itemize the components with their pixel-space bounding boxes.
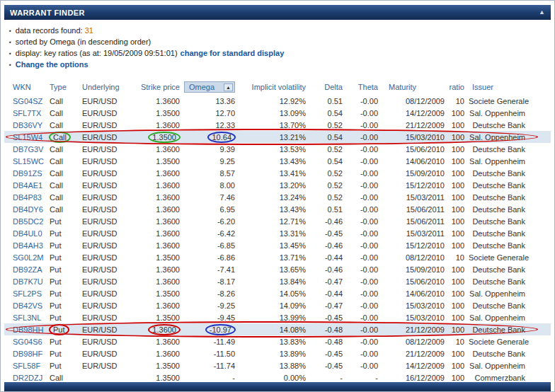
cell-ratio: 100	[447, 181, 467, 190]
cell-wkn[interactable]: DB98HF	[11, 350, 47, 358]
cell-ratio: 100	[447, 109, 467, 117]
column-header-theta[interactable]: Theta	[345, 83, 380, 91]
wkn-link[interactable]: SFL2PS	[13, 289, 42, 298]
wkn-link[interactable]: DB4P83	[13, 193, 42, 202]
bullet-icon: ▪	[9, 49, 11, 59]
column-header-wkn[interactable]: WKN	[11, 83, 47, 91]
wkn-link[interactable]: DB4DY6	[13, 205, 43, 214]
cell-maturity: 15/12/2010	[380, 241, 447, 250]
cell-theta: -0.00	[345, 350, 380, 358]
change-options-link[interactable]: Change the options	[16, 59, 88, 69]
cell-wkn[interactable]: DB7G3V	[11, 145, 47, 154]
wkn-link[interactable]: DB7G3V	[13, 145, 43, 154]
cell-omega: 6.95	[182, 205, 237, 214]
wkn-link[interactable]: DB4AH3	[13, 241, 43, 250]
cell-underlying: EUR/USD	[80, 362, 134, 370]
table-row: SFL7TXCallEUR/USD1.350012.7013.09%0.54-0…	[4, 107, 551, 119]
cell-omega: 12.33	[182, 121, 237, 129]
cell-type: Put	[47, 217, 80, 226]
cell-wkn[interactable]: DB4AE1	[11, 181, 47, 190]
wkn-link[interactable]: DB4AE1	[13, 181, 42, 190]
omega-header-label: Omega	[189, 83, 214, 91]
cell-wkn[interactable]: SFL3NL	[11, 313, 47, 322]
cell-vol: 13.89%	[237, 350, 308, 358]
cell-wkn[interactable]: SFL2PS	[11, 289, 47, 298]
cell-underlying: EUR/USD	[80, 205, 134, 214]
cell-issuer: Societe Generale	[467, 253, 543, 262]
sort-arrow-icon[interactable]: ▲	[224, 83, 233, 91]
wkn-link[interactable]: SG04SZ	[13, 97, 42, 105]
column-header-strike-price[interactable]: Strike price	[134, 83, 182, 91]
wkn-link[interactable]: DR2DZJ	[13, 374, 42, 382]
cell-ratio: 10	[447, 253, 467, 262]
cell-theta: -0.00	[345, 193, 380, 202]
cell-omega: -11.50	[182, 350, 237, 358]
cell-omega: -6.42	[182, 229, 237, 238]
cell-wkn[interactable]: SG04S6	[11, 338, 47, 346]
cell-wkn[interactable]: DB92ZA	[11, 265, 47, 274]
cell-wkn[interactable]: DB91ZS	[11, 169, 47, 178]
column-header-ratio[interactable]: ratio	[447, 83, 467, 91]
wkn-link[interactable]: SL15WC	[13, 157, 44, 166]
wkn-link[interactable]: DB98HH	[13, 325, 43, 334]
cell-wkn[interactable]: DB4AH3	[11, 241, 47, 250]
column-header-implicit-volatility[interactable]: Implicit volatility	[237, 83, 308, 91]
wkn-link[interactable]: SFL58F	[13, 362, 40, 370]
wkn-link[interactable]: SL15W4	[13, 133, 42, 142]
cell-delta: -0.47	[308, 301, 345, 310]
cell-type: Call	[47, 121, 80, 129]
wkn-link[interactable]: SFL3NL	[13, 313, 41, 322]
cell-vol: 13.99%	[237, 313, 308, 322]
cell-wkn[interactable]: SFL7TX	[11, 109, 47, 117]
collapse-icon[interactable]: ▲	[539, 9, 545, 16]
wkn-link[interactable]: DB36VY	[13, 121, 42, 129]
cell-wkn[interactable]: SG0L2M	[11, 253, 47, 262]
change-display-link[interactable]: change for standard display	[181, 48, 285, 58]
column-header-issuer[interactable]: Issuer	[467, 83, 539, 91]
cell-wkn[interactable]: DB4UL0	[11, 229, 47, 238]
cell-underlying: EUR/USD	[80, 277, 134, 286]
cell-omega: 9.39	[182, 145, 237, 154]
cell-wkn[interactable]: SL15WC	[11, 157, 47, 166]
cell-issuer: Deutsche Bank	[467, 205, 539, 214]
wkn-link[interactable]: DB91ZS	[13, 169, 42, 178]
column-header-maturity[interactable]: Maturity	[380, 83, 447, 91]
cell-wkn[interactable]: SG04SZ	[11, 97, 47, 105]
cell-vol: 13.24%	[237, 193, 308, 202]
wkn-link[interactable]: SG04S6	[13, 338, 42, 346]
cell-wkn[interactable]: SFL58F	[11, 362, 47, 370]
cell-wkn[interactable]: DB42VS	[11, 301, 47, 310]
wkn-link[interactable]: DB7K7U	[13, 277, 43, 286]
cell-issuer: Deutsche Bank	[467, 350, 539, 358]
cell-wkn[interactable]: SL15W4	[11, 133, 47, 142]
cell-wkn[interactable]: DB4P83	[11, 193, 47, 202]
display-mode-text: display: key ratios (as at: 19/05/2009 0…	[16, 48, 178, 58]
cell-maturity: 15/03/2010	[380, 133, 447, 142]
wkn-link[interactable]: SFL7TX	[13, 109, 41, 117]
column-header-type[interactable]: Type	[47, 83, 80, 91]
wkn-link[interactable]: SG0L2M	[13, 253, 43, 262]
wkn-link[interactable]: DB42VS	[13, 301, 42, 310]
column-header-delta[interactable]: Delta	[308, 83, 345, 91]
cell-wkn[interactable]: DB5DC2	[11, 217, 47, 226]
cell-delta: 0.52	[308, 181, 345, 190]
cell-underlying: EUR/USD	[80, 133, 134, 142]
cell-ratio: 100	[447, 362, 467, 370]
wkn-link[interactable]: DB4UL0	[13, 229, 42, 238]
cell-wkn[interactable]: DB7K7U	[11, 277, 47, 286]
wkn-link[interactable]: DB98HF	[13, 350, 42, 358]
cell-vol: 13.71%	[237, 253, 308, 262]
cell-maturity: 15/09/2010	[380, 265, 447, 274]
cell-wkn[interactable]: DR2DZJ	[11, 374, 47, 382]
cell-wkn[interactable]: DB36VY	[11, 121, 47, 129]
column-header-omega[interactable]: Omega ▲	[184, 81, 235, 93]
wkn-link[interactable]: DB5DC2	[13, 217, 43, 226]
column-header-underlying[interactable]: Underlying	[80, 83, 134, 91]
table-row: DB98HHPutEUR/USD1.3600-10.9714.08%-0.48-…	[4, 323, 551, 335]
wkn-link[interactable]: DB92ZA	[13, 265, 42, 274]
cell-theta: -0.00	[345, 338, 380, 346]
cell-issuer: Deutsche Bank	[467, 241, 539, 250]
cell-issuer: Societe Generale	[467, 338, 543, 346]
cell-wkn[interactable]: DB4DY6	[11, 205, 47, 214]
cell-wkn[interactable]: DB98HH	[11, 325, 47, 334]
